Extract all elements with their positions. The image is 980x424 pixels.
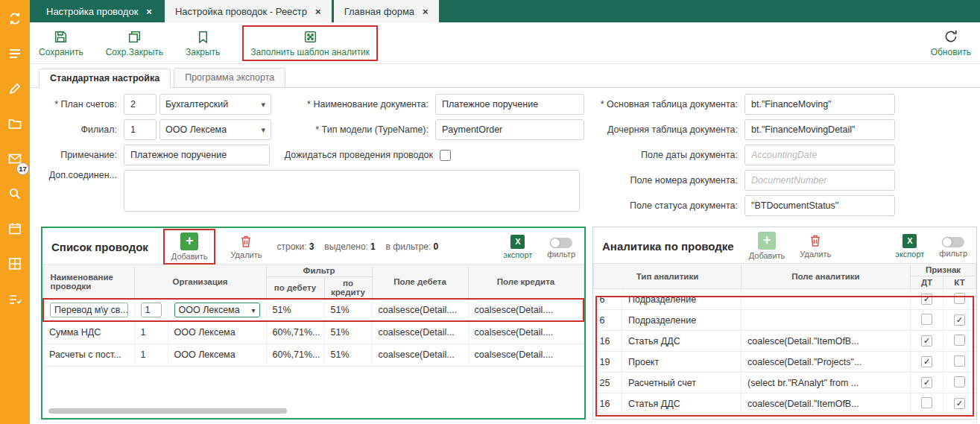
cell-type-name[interactable]: Расчетный счет (622, 373, 742, 393)
table-row[interactable]: Расчеты с пост... 1 ООО Лексема 60%,71%.… (43, 344, 584, 366)
toggle-switch[interactable] (550, 238, 572, 248)
list-icon[interactable] (0, 41, 30, 66)
save-button[interactable]: Сохранить (39, 29, 83, 57)
cell-filter-debit[interactable]: 60%,71%... (266, 344, 324, 366)
child-table-input[interactable] (745, 119, 895, 140)
kt-checkbox[interactable] (954, 376, 965, 387)
delete-posting-button[interactable]: Удалить (230, 234, 262, 259)
filter-postings-toggle[interactable]: фильтр (547, 235, 575, 259)
cell-posting-name[interactable]: Расчеты с пост... (43, 344, 134, 366)
cell-type-name[interactable]: Статья ДДС (622, 331, 742, 352)
dt-checkbox[interactable]: ✓ (921, 294, 932, 305)
table-row[interactable]: 25 Расчетный счет (select br."RAnalyt" f… (594, 373, 976, 393)
cell-type-code[interactable]: 19 (594, 352, 622, 373)
branch-select[interactable]: ООО Лексема ▾ (159, 119, 271, 140)
table-row[interactable]: Сумма НДС 1 ООО Лексема 60%,71%... 51% c… (43, 321, 584, 344)
cell-org-name[interactable]: ООО Лексема (168, 321, 266, 344)
cell-org-code[interactable]: 1 (134, 321, 168, 344)
cell-analytics-field[interactable]: coalesce(Detail."ItemOfB... (742, 331, 911, 352)
kt-checkbox[interactable] (954, 355, 965, 367)
branch-code-input[interactable] (124, 119, 157, 140)
type-name-input[interactable] (435, 119, 584, 140)
cell-analytics-field[interactable]: coalesce(Detail."Projects"... (742, 352, 911, 373)
add-posting-button[interactable]: + Добавить (171, 232, 208, 261)
filter-analytics-toggle[interactable]: фильтр (939, 234, 967, 258)
cell-analytics-field[interactable]: coalesce(Detail."ItemOfB... (742, 393, 911, 414)
cell-filter-credit[interactable]: 51% (324, 299, 372, 321)
cell-credit-field[interactable]: coalsesce(Detail.... (468, 344, 584, 366)
kt-checkbox[interactable] (954, 293, 965, 304)
subtab-export-program[interactable]: Программа экспорта (174, 68, 285, 87)
table-row[interactable]: 16 Статья ДДС coalesce(Detail."ItemOfB..… (594, 393, 976, 414)
org-select[interactable]: ООО Лексема ▾ (174, 303, 260, 317)
folder-icon[interactable] (0, 111, 30, 136)
tab-nastroyka-provodok[interactable]: Настройка проводок × (36, 0, 162, 22)
cell-filter-debit[interactable]: 60%,71%... (266, 321, 324, 344)
cell-posting-name[interactable]: Перевод м\у св... (43, 299, 134, 321)
cell-credit-field[interactable]: coalsesce(Detail.... (468, 321, 584, 344)
cell-analytics-field[interactable] (742, 310, 911, 331)
kt-checkbox[interactable]: ✓ (954, 314, 965, 326)
checklist-icon[interactable] (0, 286, 30, 311)
cell-posting-name[interactable]: Сумма НДС (43, 321, 134, 344)
horizontal-scrollbar[interactable] (48, 408, 287, 414)
cell-type-code[interactable]: 6 (594, 310, 622, 331)
cell-credit-field[interactable]: coalsesce(Detail.... (468, 299, 584, 321)
wait-posting-checkbox[interactable] (440, 150, 451, 161)
dt-checkbox[interactable] (921, 314, 932, 325)
cell-debit-field[interactable]: coalsesce(Detail... (372, 344, 468, 366)
table-row[interactable]: 16 Статья ДДС coalesce(Detail."ItemOfB..… (594, 331, 976, 352)
close-icon[interactable]: × (146, 6, 152, 17)
number-field-input[interactable] (745, 170, 895, 191)
dt-checkbox[interactable]: ✓ (921, 356, 932, 367)
export-postings-button[interactable]: X экспорт (503, 235, 532, 259)
dt-checkbox[interactable] (921, 397, 932, 408)
mail-icon[interactable]: 17 (0, 146, 30, 171)
cell-filter-credit[interactable]: 51% (324, 321, 372, 344)
export-analytics-button[interactable]: X экспорт (895, 234, 924, 259)
kt-checkbox[interactable]: ✓ (954, 398, 965, 409)
close-icon[interactable]: × (423, 6, 429, 17)
cell-debit-field[interactable]: coalsesce(Detail.... (372, 299, 468, 321)
table-row[interactable]: 19 Проект coalesce(Detail."Projects"... … (594, 352, 976, 373)
cell-type-code[interactable]: 16 (594, 393, 622, 414)
cell-type-code[interactable]: 16 (594, 331, 622, 352)
toggle-switch[interactable] (942, 237, 964, 247)
cell-analytics-field[interactable]: (select br."RAnalyt" from ... (742, 373, 911, 393)
table-row[interactable]: 6 Подразделение ✓ (594, 310, 976, 331)
pencil-icon[interactable] (0, 76, 30, 101)
cell-org-name[interactable]: ООО Лексема (168, 344, 266, 366)
close-icon[interactable]: × (315, 6, 321, 17)
refresh-button[interactable]: Обновить (931, 28, 971, 57)
plan-select[interactable]: Бухгалтерский ▾ (159, 94, 271, 115)
cell-type-name[interactable]: Статья ДДС (622, 393, 742, 414)
main-table-input[interactable] (745, 94, 895, 115)
dt-checkbox[interactable]: ✓ (921, 335, 932, 347)
posting-name-editor[interactable]: Перевод м\у св... (50, 303, 128, 317)
plan-code-input[interactable] (124, 94, 157, 115)
date-field-input[interactable] (745, 145, 895, 165)
cell-type-name[interactable]: Проект (622, 352, 742, 373)
cell-analytics-field[interactable] (742, 289, 911, 310)
cell-org-code[interactable]: 1 (134, 299, 168, 321)
add-analytics-button[interactable]: + Добавить (749, 232, 785, 260)
cell-debit-field[interactable]: coalsesce(Detail... (372, 321, 468, 344)
status-field-input[interactable] (745, 195, 895, 216)
close-button[interactable]: Закрыть (186, 29, 220, 57)
cell-type-code[interactable]: 25 (594, 373, 622, 393)
tab-nastroyka-provodok-reestr[interactable]: Настройка проводок - Реестр × (165, 0, 332, 22)
org-code-editor[interactable]: 1 (141, 303, 162, 317)
cell-type-name[interactable]: Подразделение (622, 310, 742, 331)
doc-name-input[interactable] (435, 94, 584, 115)
cell-filter-credit[interactable]: 51% (324, 344, 372, 366)
note-input[interactable] (124, 145, 270, 165)
fill-template-button[interactable]: Заполнить шаблон аналитик (250, 29, 370, 57)
tab-glavnaya-forma[interactable]: Главная форма × (334, 0, 439, 22)
cell-org-code[interactable]: 1 (134, 344, 168, 366)
save-close-button[interactable]: Сохр.Закрыть (106, 29, 163, 57)
cell-type-name[interactable]: Подразделение (622, 289, 742, 310)
search-icon[interactable] (0, 181, 30, 206)
table-row-selected[interactable]: Перевод м\у св... 1 ООО Лексема ▾ 51% 51… (43, 299, 584, 321)
extra-join-textarea[interactable] (124, 170, 580, 212)
grid-icon[interactable] (0, 251, 30, 276)
